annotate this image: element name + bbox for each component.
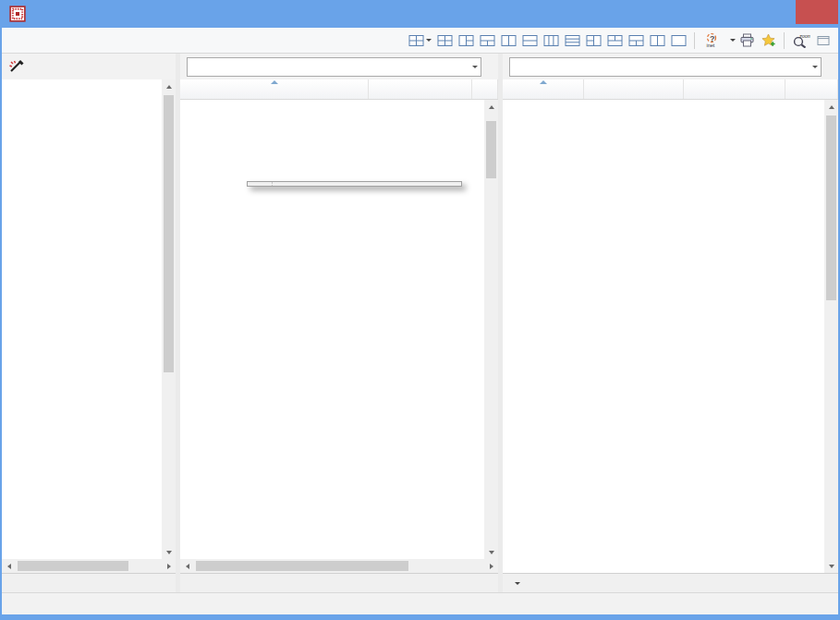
right-toolbar — [503, 54, 838, 79]
chevron-down-icon — [472, 66, 478, 71]
window-frame-button[interactable] — [814, 33, 833, 48]
menu-file[interactable] — [2, 36, 22, 45]
layout-preset-button[interactable] — [648, 33, 667, 48]
layout-preset-button[interactable] — [478, 33, 497, 48]
middle-address-bar[interactable] — [187, 57, 481, 77]
right-vscrollbar[interactable] — [824, 100, 838, 573]
layout-preset-button[interactable] — [520, 33, 540, 48]
right-pane — [503, 54, 838, 592]
window-frame-icon — [816, 34, 831, 47]
add-favorite-button[interactable] — [759, 32, 778, 48]
menu-edit[interactable] — [22, 36, 43, 45]
layout-preset-button[interactable] — [435, 33, 455, 48]
tree-vscrollbar[interactable] — [162, 79, 176, 559]
qdir-window: ?inetzoom — [0, 0, 840, 620]
tree-bottom-bar — [2, 573, 176, 592]
layout-preset-button[interactable] — [627, 33, 646, 48]
scroll-down-icon[interactable] — [162, 545, 176, 559]
column-name[interactable] — [180, 79, 369, 99]
scroll-down-icon[interactable] — [824, 559, 838, 573]
printer-icon — [739, 33, 755, 47]
scroll-down-icon[interactable] — [484, 545, 498, 559]
title-bar — [2, 0, 838, 28]
column-overflow-chevron[interactable] — [785, 79, 838, 99]
middle-bottom-bar — [180, 573, 498, 592]
layout-preset-button[interactable] — [407, 33, 433, 48]
inet-icon: ?inet — [702, 32, 721, 48]
network-target-button[interactable] — [831, 66, 834, 67]
tree-toolbar — [2, 54, 176, 79]
middle-column-header — [180, 79, 498, 100]
print-button[interactable] — [737, 32, 757, 48]
maximize-button[interactable] — [764, 0, 796, 24]
column-date-modified[interactable] — [369, 79, 472, 99]
right-bottom-bar — [503, 573, 838, 592]
menu-bar: ?inetzoom — [2, 28, 838, 54]
star-add-icon — [761, 33, 776, 47]
menu-view[interactable] — [43, 36, 63, 45]
scroll-up-icon[interactable] — [162, 79, 176, 93]
scroll-left-icon[interactable] — [180, 559, 194, 573]
tree-tool-magic-select[interactable] — [6, 58, 28, 75]
layout-preset-button[interactable] — [669, 33, 688, 48]
scroll-up-icon[interactable] — [484, 100, 498, 114]
middle-toolbar — [180, 54, 498, 79]
menu-info[interactable] — [103, 36, 124, 45]
svg-text:inet: inet — [707, 43, 715, 48]
menu-extras[interactable] — [83, 36, 103, 45]
sort-asc-icon — [271, 80, 278, 84]
top-toolbar: ?inetzoom — [407, 31, 838, 49]
menu-favorites[interactable] — [63, 36, 83, 45]
middle-pane — [180, 54, 498, 592]
tree-hscrollbar[interactable] — [2, 559, 176, 573]
separator — [784, 32, 785, 49]
minimize-button[interactable] — [733, 0, 764, 24]
middle-vscrollbar[interactable] — [484, 100, 498, 559]
inet-button[interactable]: ?inet — [700, 31, 723, 49]
layout-preset-button[interactable] — [563, 33, 582, 48]
close-button[interactable] — [796, 0, 838, 24]
layout-preset-button[interactable] — [605, 33, 625, 48]
context-menu — [247, 181, 462, 187]
scroll-right-icon[interactable] — [162, 559, 176, 573]
chevron-down-icon — [426, 39, 432, 44]
layout-preset-button[interactable] — [499, 33, 518, 48]
layout-preset-button[interactable] — [542, 33, 561, 48]
zoom-mag-icon: zoom — [792, 32, 810, 48]
middle-file-list — [180, 100, 484, 559]
chevron-down-icon — [812, 66, 818, 71]
chevron-down-icon[interactable] — [515, 582, 520, 588]
folder-tree — [2, 79, 162, 559]
layout-preset-button[interactable] — [457, 33, 476, 48]
scroll-up-icon[interactable] — [824, 100, 838, 114]
desktop-target-button[interactable] — [824, 66, 828, 67]
magic-select-icon — [7, 59, 26, 74]
desktop-target-button[interactable] — [484, 66, 488, 67]
network-target-button[interactable] — [491, 66, 494, 67]
right-column-header — [503, 79, 838, 100]
scroll-left-icon[interactable] — [2, 559, 16, 573]
layout-preset-button[interactable] — [584, 33, 603, 48]
middle-hscrollbar[interactable] — [180, 559, 498, 573]
sort-asc-icon — [540, 80, 547, 84]
status-bar — [2, 592, 838, 614]
separator — [694, 32, 695, 49]
right-address-bar[interactable] — [509, 57, 822, 77]
main-area — [2, 54, 838, 592]
tree-pane — [2, 54, 176, 592]
column-name[interactable] — [503, 79, 584, 99]
svg-text:?: ? — [710, 34, 715, 43]
qdir-app-icon — [9, 6, 26, 22]
zoom-button[interactable]: zoom — [790, 31, 812, 49]
thumbnail-grid — [503, 100, 824, 573]
scroll-right-icon[interactable] — [484, 559, 498, 573]
column-type[interactable] — [472, 79, 498, 99]
column-date-modified[interactable] — [584, 79, 684, 99]
column-type[interactable] — [684, 79, 785, 99]
chevron-down-icon[interactable] — [730, 39, 736, 44]
